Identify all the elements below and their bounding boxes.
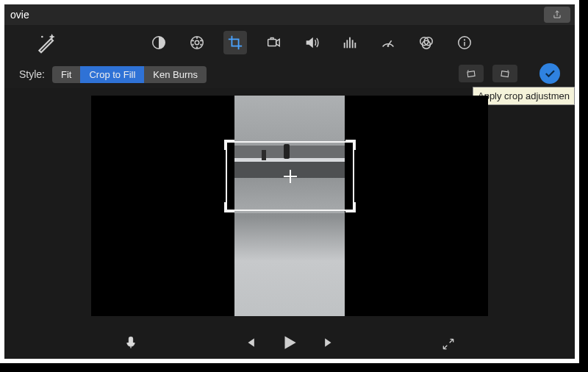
svg-point-4 (196, 37, 198, 38)
crop-controls (459, 63, 560, 84)
svg-point-6 (200, 44, 201, 46)
crop-button[interactable] (223, 31, 247, 54)
crop-selection[interactable] (226, 141, 354, 211)
crop-center-crosshair (284, 170, 297, 183)
style-label: Style: (19, 68, 45, 80)
style-ken-burns-button[interactable]: Ken Burns (144, 66, 207, 83)
share-icon (552, 10, 562, 20)
svg-rect-13 (349, 37, 351, 49)
svg-rect-22 (467, 71, 475, 77)
svg-rect-15 (354, 43, 356, 48)
magic-wand-icon (35, 31, 59, 54)
volume-button[interactable] (300, 31, 323, 54)
svg-point-0 (41, 36, 43, 38)
svg-point-5 (200, 40, 201, 41)
title-bar: ovie (4, 4, 575, 25)
window-title: ovie (10, 9, 29, 21)
svg-point-21 (464, 39, 465, 40)
svg-point-7 (196, 46, 198, 48)
play-icon (280, 333, 299, 352)
color-wheel-icon (189, 35, 205, 51)
svg-rect-11 (344, 43, 345, 48)
volume-icon (304, 35, 320, 51)
next-frame-button[interactable] (319, 332, 340, 353)
camera-icon (265, 35, 282, 51)
previous-frame-button[interactable] (240, 332, 260, 353)
fullscreen-button[interactable] (438, 334, 459, 354)
auto-enhance-button[interactable] (35, 31, 59, 54)
checkmark-icon (543, 67, 556, 80)
speedometer-icon (380, 35, 396, 51)
style-row: Style: Fit Crop to Fill Ken Burns Apply … (4, 60, 575, 88)
overlapping-circles-icon (418, 35, 434, 51)
svg-rect-14 (352, 40, 354, 48)
next-icon (322, 335, 337, 350)
previous-icon (243, 335, 257, 350)
style-segmented-control: Fit Crop to Fill Ken Burns (52, 66, 207, 83)
fullscreen-icon (441, 337, 456, 351)
info-button[interactable] (453, 31, 476, 54)
voiceover-button[interactable] (121, 332, 141, 353)
crop-icon (227, 35, 243, 51)
svg-point-8 (192, 44, 193, 46)
crop-handle-tl[interactable] (224, 140, 234, 150)
svg-rect-23 (501, 71, 509, 77)
filters-button[interactable] (415, 31, 438, 54)
rotate-ccw-button[interactable] (459, 65, 484, 82)
rotate-cw-icon (498, 68, 512, 79)
preview-viewer[interactable] (91, 96, 488, 316)
rotate-cw-button[interactable] (492, 65, 517, 82)
stabilization-button[interactable] (262, 31, 285, 54)
svg-point-3 (195, 40, 199, 45)
equalizer-icon (342, 35, 358, 51)
apply-crop-button[interactable] (539, 63, 560, 84)
crop-handle-br[interactable] (345, 202, 356, 212)
style-crop-to-fill-button[interactable]: Crop to Fill (80, 66, 144, 83)
style-fit-button[interactable]: Fit (52, 66, 80, 83)
crop-handle-tr[interactable] (345, 140, 356, 150)
tool-row (147, 31, 476, 54)
speed-button[interactable] (376, 31, 400, 54)
color-correction-button[interactable] (185, 31, 209, 54)
share-button[interactable] (544, 7, 570, 23)
play-button[interactable] (279, 332, 300, 353)
svg-point-16 (387, 45, 390, 47)
info-icon (456, 35, 473, 51)
microphone-icon (123, 335, 138, 350)
noise-reduction-button[interactable] (338, 31, 362, 54)
adjust-toolbar (4, 25, 575, 60)
svg-rect-12 (346, 40, 348, 48)
svg-rect-10 (268, 39, 276, 46)
svg-point-9 (192, 40, 193, 41)
color-balance-icon (151, 35, 167, 51)
transport-bar (4, 322, 575, 363)
rotate-ccw-icon (464, 68, 478, 79)
crop-handle-bl[interactable] (224, 202, 234, 212)
color-balance-button[interactable] (147, 31, 171, 54)
app-window: ovie (0, 0, 579, 363)
